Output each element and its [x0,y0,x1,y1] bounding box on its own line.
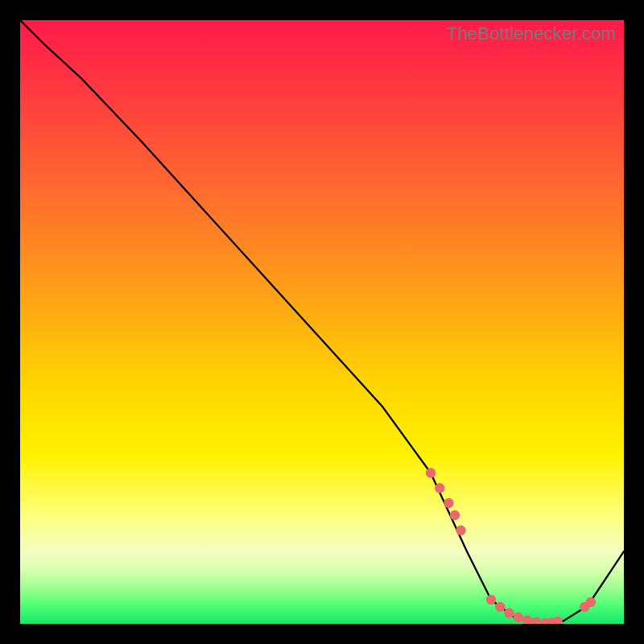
bottleneck-curve [20,20,624,624]
curve-marker [522,615,532,624]
curve-marker [495,602,505,612]
curve-marker [450,510,460,520]
curve-marker [456,526,465,535]
curve-marker [426,468,436,477]
curve-marker [514,613,523,622]
curve-marker [504,608,514,617]
curve-markers [426,468,596,624]
chart-frame: TheBottlenecker.com [0,0,644,644]
curve-line [20,20,624,624]
curve-marker [552,617,562,624]
curve-marker [586,597,596,607]
curve-marker [531,617,541,624]
curve-marker [486,595,496,605]
curve-marker [444,498,453,508]
chart-plot-area: TheBottlenecker.com [20,20,624,624]
curve-marker [435,483,444,493]
